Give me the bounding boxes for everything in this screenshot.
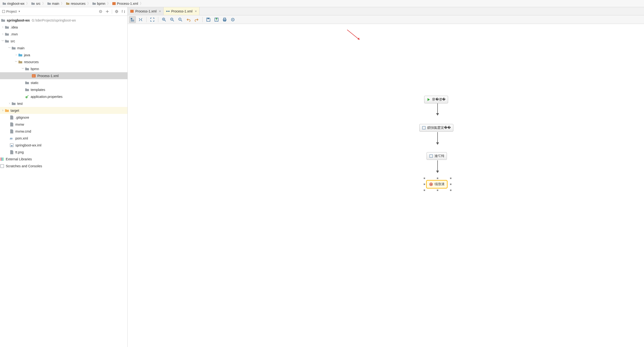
breadcrumb-label: resources [71,2,85,5]
tree-row[interactable]: ▸.gitignore [0,114,128,121]
tree-row[interactable]: ﹀main [0,44,128,51]
close-icon[interactable]: × [159,9,161,13]
svg-point-3 [100,11,101,12]
breadcrumb-item[interactable]: Process-1.xml [111,2,140,5]
tree-row[interactable]: ▸mpom.xml [0,135,128,142]
chevron-right-icon: 〉 [42,1,46,6]
tree-row[interactable]: ▸springboot-wx.iml [0,142,128,149]
breadcrumb-item[interactable]: main [46,2,60,5]
project-tree[interactable]: springboot-wx G:\IderProjects\springboot… [0,16,128,347]
tree-row[interactable]: ﹀src [0,37,128,44]
tree-collapse-arrow[interactable]: ﹀ [14,60,18,64]
tree-expand-arrow[interactable]: ﹥ [14,53,18,57]
fit-content[interactable] [149,16,156,23]
tree-row[interactable]: ﹥java [0,51,128,58]
tree-item-label: bpmn [31,67,39,71]
breadcrumb-item[interactable]: bpmn [91,2,107,5]
preview-button[interactable] [230,16,236,23]
tree-expand-arrow[interactable]: ﹥ [1,25,5,29]
resize-handle[interactable] [450,184,452,185]
tree-item-label: mvnw [15,122,24,126]
svg-rect-10 [11,145,13,146]
bpmn-start-event[interactable]: 寮�濮� [424,96,448,103]
tree-expand-arrow[interactable]: ﹥ [1,108,5,112]
zoom-out[interactable] [169,16,176,23]
tree-row[interactable]: ﹥.mvn [0,31,128,37]
tree-row[interactable]: ﹥.idea [0,24,128,31]
tree-item-label: target [10,109,19,112]
tree-row[interactable]: ▸templates [0,86,128,93]
save-button[interactable] [205,16,212,23]
close-icon[interactable]: × [195,9,197,13]
tree-row[interactable]: ▸<>Process-1.xml [0,72,128,79]
tree-root[interactable]: springboot-wx G:\IderProjects\springboot… [0,17,128,24]
editor-tabs: Process-1.xml × Process-1.xml × [128,7,644,15]
tree-collapse-arrow[interactable]: ﹀ [1,39,5,43]
resize-handle[interactable] [424,184,425,185]
sidebar-header: Project ▼ [0,7,128,16]
node-label: 缁撴潫 [434,182,444,186]
svg-rect-11 [0,157,1,161]
tree-row[interactable]: ▸static [0,79,128,86]
caret-down-icon: ▼ [18,10,20,13]
resize-handle[interactable] [437,178,438,179]
export-button[interactable] [213,16,220,23]
select-tool[interactable] [129,16,136,23]
bpmn-end-event[interactable]: 缁撴潫 [426,180,447,188]
tree-item-label: templates [31,88,45,92]
tree-row[interactable]: ﹥target [0,107,128,114]
locate-icon[interactable] [98,9,103,14]
tree-row[interactable]: ▸mvnw.cmd [0,128,128,135]
breadcrumb-label: main [52,2,59,5]
breadcrumb-item[interactable]: resources [64,2,87,5]
resize-handle[interactable] [450,190,452,191]
resize-handle[interactable] [424,190,425,191]
bpmn-user-task[interactable]: 瀹℃牳 [426,152,447,160]
tree-item-label: springboot-wx.iml [15,143,42,147]
tree-expand-arrow[interactable]: ﹥ [1,32,5,36]
external-libraries[interactable]: External Libraries [0,156,128,162]
diagram-toolbar: 1 [128,15,644,24]
redo-button[interactable] [193,16,200,23]
tree-row[interactable]: ﹀resources [0,58,128,65]
bpmn-canvas[interactable]: 寮�濮� 鎻愪氦鐢宠�� 瀹℃牳 缁撴潫 [128,24,644,347]
separator [158,17,158,22]
tree-row[interactable]: ▸tt.png [0,149,128,156]
resize-handle[interactable] [450,178,452,179]
tree-expand-arrow[interactable]: ﹥ [8,101,12,105]
tree-row[interactable]: ▸application.properties [0,93,128,100]
resize-handle[interactable] [437,190,438,191]
svg-text:<>: <> [32,75,35,77]
sequence-flow[interactable] [437,160,438,173]
tree-row[interactable]: ﹀bpmn [0,65,128,72]
svg-point-4 [116,11,117,12]
svg-text:m: m [10,137,12,140]
tree-collapse-arrow[interactable]: ﹀ [21,67,25,71]
tree-item-label: resources [24,60,38,64]
gear-icon[interactable] [114,9,119,14]
sidebar-title-label: Project [6,9,17,13]
sequence-flow[interactable] [437,103,438,115]
zoom-in[interactable] [161,16,168,23]
bpmn-user-task[interactable]: 鎻愪氦鐢宠�� [419,124,453,132]
breadcrumb-item[interactable]: ringboot-wx [1,2,26,5]
resize-handle[interactable] [424,178,425,179]
tree-collapse-arrow[interactable]: ﹀ [8,46,12,50]
collapse-icon[interactable] [121,9,126,14]
tree-root-label: springboot-wx [7,18,30,22]
sequence-flow[interactable] [437,132,438,145]
print-button[interactable] [221,16,228,23]
tab-process-xml-source[interactable]: Process-1.xml × [128,7,164,15]
svg-rect-20 [131,21,134,21]
breadcrumb-item[interactable]: src [30,2,42,5]
layout-tool[interactable] [137,16,144,23]
tab-process-xml-diagram[interactable]: Process-1.xml × [164,7,200,15]
zoom-actual[interactable]: 1 [177,16,184,23]
tree-item-label: main [17,46,24,50]
expand-icon[interactable] [105,9,110,14]
scratches-consoles[interactable]: Scratches and Consoles [0,162,128,169]
tree-row[interactable]: ▸mvnw [0,121,128,128]
sidebar-title[interactable]: Project ▼ [2,9,98,13]
tree-row[interactable]: ﹥test [0,100,128,107]
undo-button[interactable] [185,16,192,23]
